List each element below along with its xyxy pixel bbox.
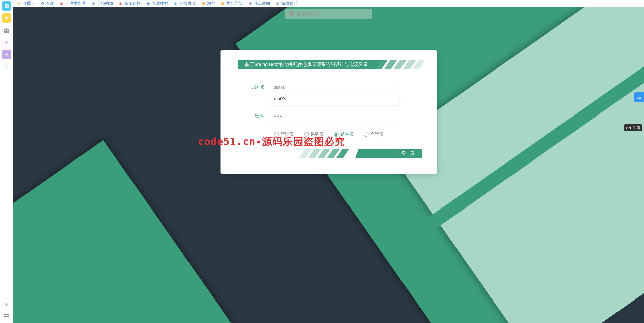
- site-icon: ◉: [146, 1, 151, 6]
- site-icon: ◉: [173, 1, 178, 6]
- bookmark-link[interactable]: ◉淘宝: [201, 1, 215, 6]
- site-icon: ◉: [91, 1, 96, 6]
- main-content: ✕ 请选择角色 基于Spring Boot的农机配件仓库管理系统的设计与实现登录…: [13, 7, 644, 323]
- sidebar-robot-icon[interactable]: 🤖: [2, 26, 11, 35]
- autocomplete-dropdown: testXs: [270, 93, 399, 105]
- bookmark-link[interactable]: ◉京东购物: [118, 1, 141, 6]
- bookmark-bar: ★ 收藏 ▾ ✿百度 ◉老毛桃官网 ◉天猫购物 ◉京东购物 ◉百度搜索 ◉轻松办…: [13, 0, 644, 7]
- dropdown-icon: ▾: [33, 2, 35, 5]
- password-row: 密码:: [228, 110, 430, 122]
- password-label: 密码:: [245, 113, 265, 119]
- username-input[interactable]: [270, 81, 399, 93]
- login-button-wrap: 登 录: [349, 149, 430, 158]
- site-icon: ◉: [59, 1, 64, 6]
- username-label: 用户名: [245, 84, 265, 90]
- autocomplete-item[interactable]: testXs: [270, 93, 399, 105]
- moon-icon: ☽: [632, 126, 635, 130]
- language-switch[interactable]: EN ☽ 简: [624, 124, 642, 131]
- role-radio-warehouse[interactable]: 仓管员: [364, 131, 383, 137]
- star-icon: ★: [17, 1, 21, 6]
- bookmark-link[interactable]: ◉游戏娱乐: [275, 1, 298, 6]
- alert-toast: ✕ 请选择角色: [285, 9, 372, 19]
- bookmark-favorite[interactable]: ★ 收藏 ▾: [17, 1, 35, 6]
- bookmark-link[interactable]: ✿百度: [40, 1, 54, 6]
- title-decoration: [378, 60, 422, 69]
- site-icon: ◉: [118, 1, 123, 6]
- cloud-widget-icon[interactable]: ∞: [634, 92, 644, 102]
- bookmark-link[interactable]: ◉老毛桃官网: [59, 1, 86, 6]
- sidebar-ai-icon-1[interactable]: AI: [2, 38, 11, 47]
- alert-text: 请选择角色: [297, 11, 318, 17]
- radio-icon: [364, 132, 368, 137]
- watermark-text: code51.cn-源码乐园盗图必究: [198, 135, 345, 149]
- login-card: 基于Spring Boot的农机配件仓库管理系统的设计与实现登录 用户名 tes…: [221, 50, 437, 174]
- site-icon: ◉: [201, 1, 206, 6]
- username-row: 用户名 testXs: [228, 81, 430, 93]
- sidebar-add-icon[interactable]: +: [2, 299, 11, 309]
- button-decoration: [302, 149, 346, 158]
- sidebar-app-icon-1[interactable]: ▦: [2, 1, 11, 11]
- bookmark-link[interactable]: ◉热点新闻: [248, 1, 270, 6]
- sidebar-menu-icon[interactable]: [2, 312, 11, 321]
- password-input[interactable]: [270, 110, 399, 122]
- site-icon: ✿: [40, 1, 45, 6]
- bookmark-link[interactable]: ◉天猫购物: [91, 1, 113, 6]
- login-button[interactable]: 登 录: [355, 149, 422, 158]
- sidebar-face-icon[interactable]: ☺: [2, 62, 11, 71]
- site-icon: ◉: [248, 1, 253, 6]
- login-title-wrap: 基于Spring Boot的农机配件仓库管理系统的设计与实现登录: [228, 60, 430, 69]
- bookmark-link[interactable]: ◉轻松办公: [173, 1, 196, 6]
- bookmark-link[interactable]: ▦网址导航: [220, 1, 243, 6]
- bookmark-favorite-label: 收藏: [23, 1, 31, 6]
- site-icon: ◉: [275, 1, 280, 6]
- left-sidebar: ▦ ★ 🤖 AI AI ☺ +: [0, 0, 13, 323]
- alert-icon: ✕: [289, 11, 294, 16]
- login-title: 基于Spring Boot的农机配件仓库管理系统的设计与实现登录: [238, 60, 382, 69]
- site-icon: ▦: [220, 1, 225, 6]
- sidebar-ai-icon-2[interactable]: AI: [2, 50, 11, 59]
- bookmark-link[interactable]: ◉百度搜索: [146, 1, 168, 6]
- sidebar-favorites-icon[interactable]: ★: [2, 13, 11, 23]
